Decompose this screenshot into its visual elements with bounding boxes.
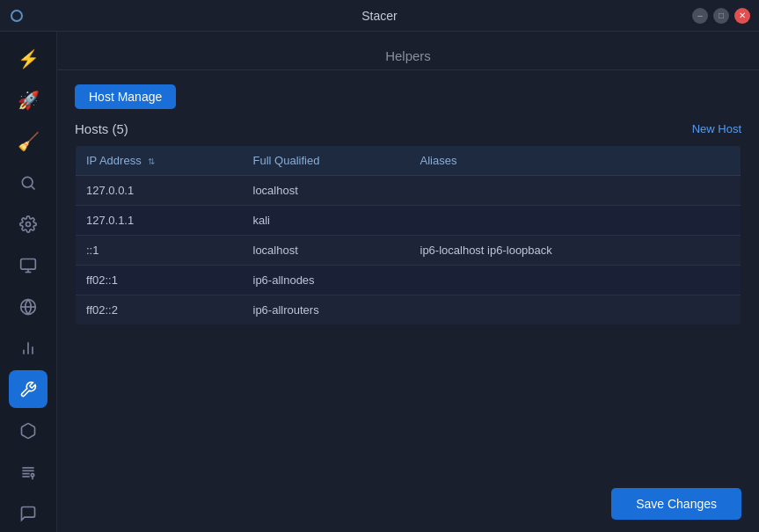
- sidebar-item-terminal[interactable]: [9, 494, 47, 532]
- host-manage-tab[interactable]: Host Manage: [75, 84, 176, 109]
- maximize-button[interactable]: □: [713, 8, 729, 24]
- sidebar-item-packages[interactable]: [9, 412, 47, 449]
- sort-icon: ⇅: [148, 157, 155, 166]
- cell-ip: ff02::2: [76, 295, 243, 325]
- close-button[interactable]: ✕: [734, 8, 750, 24]
- table-row[interactable]: ff02::2ip6-allrouters: [76, 295, 741, 325]
- sidebar-item-settings[interactable]: [9, 206, 47, 244]
- cell-ip: 127.0.0.1: [76, 176, 243, 206]
- content-header: Helpers: [57, 32, 759, 70]
- cell-ip: ff02::1: [76, 266, 243, 295]
- column-header-aliases: Aliases: [410, 146, 741, 176]
- titlebar-indicator: [11, 10, 23, 22]
- table-header-row: IP Address ⇅ Full Qualified Aliases: [76, 146, 741, 176]
- sidebar-item-apt[interactable]: [9, 288, 47, 326]
- footer: Save Changes: [57, 476, 759, 532]
- titlebar: Stacer – □ ✕: [0, 0, 759, 32]
- cell-ip: ::1: [76, 236, 243, 266]
- cell-fq: kali: [243, 206, 410, 236]
- titlebar-controls: – □ ✕: [692, 8, 750, 24]
- table-row[interactable]: 127.0.1.1kali: [76, 206, 741, 236]
- svg-rect-3: [21, 259, 36, 270]
- cell-ip: 127.0.1.1: [76, 206, 243, 236]
- content-body: Host Manage Hosts (5) New Host IP Addres…: [57, 70, 759, 532]
- column-header-ip: IP Address ⇅: [76, 146, 243, 176]
- app-body: ⚡ 🚀 🧹: [0, 32, 759, 532]
- cell-fq: ip6-allrouters: [243, 295, 410, 325]
- cell-fq: ip6-allnodes: [243, 266, 410, 295]
- new-host-link[interactable]: New Host: [692, 122, 741, 135]
- sidebar: ⚡ 🚀 🧹: [0, 32, 57, 532]
- section-title: Helpers: [385, 48, 431, 63]
- content-area: Helpers Host Manage Hosts (5) New Host I…: [57, 32, 759, 532]
- minimize-button[interactable]: –: [692, 8, 708, 24]
- svg-point-2: [26, 222, 31, 227]
- svg-line-1: [32, 186, 35, 190]
- sidebar-item-resources[interactable]: [9, 247, 47, 285]
- cell-aliases: [410, 176, 741, 206]
- table-row[interactable]: ::1localhostip6-localhost ip6-loopback: [76, 236, 741, 266]
- hosts-table: IP Address ⇅ Full Qualified Aliases 127.…: [75, 145, 741, 325]
- cell-aliases: [410, 266, 741, 295]
- sidebar-item-stats[interactable]: [9, 329, 47, 367]
- titlebar-title: Stacer: [361, 9, 397, 23]
- sidebar-item-startup[interactable]: 🚀: [9, 82, 47, 120]
- sidebar-item-tools[interactable]: [9, 370, 47, 408]
- cell-aliases: [410, 206, 741, 236]
- svg-point-15: [31, 473, 33, 476]
- table-row[interactable]: 127.0.0.1localhost: [76, 176, 741, 206]
- hosts-count-title: Hosts (5): [75, 121, 128, 136]
- cell-aliases: [410, 295, 741, 325]
- table-row[interactable]: ff02::1ip6-allnodes: [76, 266, 741, 295]
- svg-point-0: [22, 178, 33, 188]
- cell-fq: localhost: [243, 176, 410, 206]
- sidebar-item-search[interactable]: [9, 164, 47, 202]
- cell-aliases: ip6-localhost ip6-loopback: [410, 236, 741, 266]
- column-header-fq: Full Qualified: [243, 146, 410, 176]
- save-changes-button[interactable]: Save Changes: [611, 488, 741, 520]
- cell-fq: localhost: [243, 236, 410, 266]
- sidebar-item-dashboard[interactable]: ⚡: [9, 40, 47, 78]
- sidebar-item-cleaner[interactable]: 🧹: [9, 123, 47, 161]
- sidebar-item-services[interactable]: [9, 453, 47, 491]
- hosts-header: Hosts (5) New Host: [75, 121, 741, 136]
